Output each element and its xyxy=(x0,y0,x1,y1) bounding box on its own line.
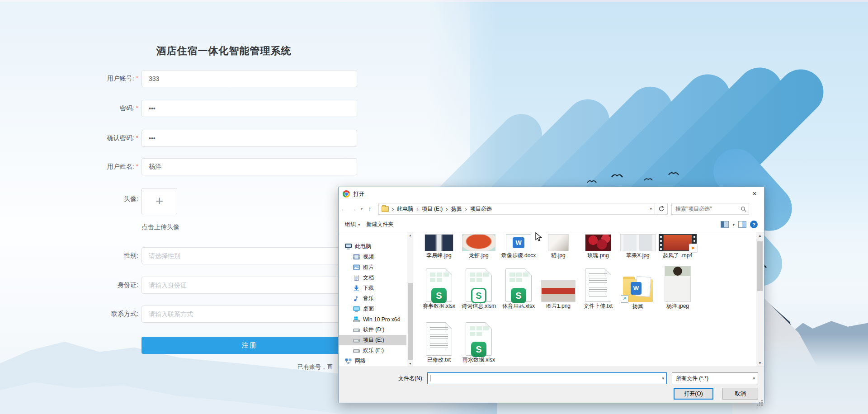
file-item[interactable]: 龙虾.jpg xyxy=(459,233,499,259)
avatar-upload-hint: 点击上传头像 xyxy=(142,223,179,231)
breadcrumb-item-drive[interactable]: 项目 (E:) xyxy=(422,205,443,213)
file-name: 图片1.png xyxy=(538,303,578,309)
sidebar-item-desktop[interactable]: 桌面 xyxy=(339,304,406,314)
file-item[interactable]: 文件上传.txt xyxy=(578,264,618,309)
file-item[interactable]: S 诗词信息.xlsm xyxy=(459,264,499,309)
refresh-button[interactable] xyxy=(655,203,668,215)
breadcrumb[interactable]: › 此电脑 › 项目 (E:) › 扬翼 › 项目必选 ▾ xyxy=(378,203,655,215)
drive-icon xyxy=(353,348,360,353)
sidebar-item-system-drive[interactable]: Win 10 Pro x64 xyxy=(339,314,406,325)
sidebar-item-this-pc[interactable]: 此电脑 xyxy=(339,241,406,252)
breadcrumb-item-current[interactable]: 项目必选 xyxy=(470,205,492,213)
music-icon xyxy=(353,296,360,301)
file-item[interactable]: 杨洋.jpeg xyxy=(658,264,698,309)
sidebar-item-drive-d[interactable]: 软件 (D:) xyxy=(339,325,406,335)
sidebar-item-network[interactable]: 网络 xyxy=(339,356,406,366)
up-button[interactable]: ↑ xyxy=(365,205,375,212)
file-item[interactable]: 苹果X.jpg xyxy=(618,233,658,259)
photo-thumbnail xyxy=(620,234,656,251)
scroll-up-icon[interactable]: ▲ xyxy=(407,232,413,238)
scrollbar-thumb[interactable] xyxy=(757,241,763,291)
chevron-down-icon: ▾ xyxy=(753,376,755,381)
sidebar-item-drive-e[interactable]: 项目 (E:) xyxy=(339,335,406,345)
sidebar-item-documents[interactable]: 文档 xyxy=(339,273,406,283)
file-item[interactable]: S 体育用品.xlsx xyxy=(499,264,538,309)
shortcut-arrow-icon: ↗ xyxy=(621,295,628,303)
breadcrumb-separator: › xyxy=(416,206,418,212)
file-name: 扬翼 xyxy=(618,303,658,309)
gender-select[interactable] xyxy=(142,247,357,264)
search-input[interactable]: 搜索"项目必选" xyxy=(671,203,749,215)
file-item[interactable]: 玫瑰.png xyxy=(578,233,618,259)
chevron-down-icon[interactable]: ▾ xyxy=(732,222,735,227)
sidebar-item-videos[interactable]: 视频 xyxy=(339,252,406,262)
resize-grip[interactable] xyxy=(761,400,763,401)
file-item[interactable]: 李易峰.jpg xyxy=(419,233,459,259)
avatar-upload-box[interactable]: + xyxy=(142,188,177,214)
sidebar-item-music[interactable]: 音乐 xyxy=(339,293,406,304)
file-item[interactable]: W 录像步骤.docx xyxy=(499,233,538,259)
file-list-scrollbar[interactable]: ▲ ▼ xyxy=(756,232,764,367)
filetype-value: 所有文件 (*.*) xyxy=(676,375,708,382)
computer-icon xyxy=(345,244,352,249)
video-thumbnail: ▶ xyxy=(659,234,697,251)
close-icon[interactable]: × xyxy=(745,187,764,201)
filename-input[interactable] xyxy=(427,372,667,384)
chevron-down-icon[interactable]: ▾ xyxy=(662,376,664,381)
spreadsheet-badge: S xyxy=(471,288,486,303)
file-item[interactable]: S 赛事数据.xlsx xyxy=(419,264,459,309)
login-link-text[interactable]: 已有账号，直 xyxy=(297,363,333,371)
register-button[interactable]: 注册 xyxy=(142,337,357,354)
sidebar-scrollbar[interactable]: ▲ ▼ xyxy=(407,232,413,367)
file-name: 杨洋.jpeg xyxy=(658,303,698,309)
username-input[interactable] xyxy=(142,158,357,175)
file-item[interactable]: 图片1.png xyxy=(538,264,578,309)
cancel-button[interactable]: 取消 xyxy=(722,388,758,400)
scrollbar-thumb[interactable] xyxy=(408,283,413,360)
sidebar-item-drive-f[interactable]: 娱乐 (F:) xyxy=(339,345,406,356)
dialog-titlebar[interactable]: 打开 × xyxy=(339,187,764,201)
spreadsheet-badge: S xyxy=(471,342,486,357)
breadcrumb-item-computer[interactable]: 此电脑 xyxy=(397,205,413,213)
filetype-select[interactable]: 所有文件 (*.*) ▾ xyxy=(672,372,758,384)
id-card-input[interactable] xyxy=(142,277,357,294)
play-icon: ▶ xyxy=(689,244,698,253)
dialog-title: 打开 xyxy=(354,190,364,198)
preview-pane-icon[interactable] xyxy=(738,221,746,228)
help-icon[interactable]: ? xyxy=(750,221,758,228)
password-input[interactable] xyxy=(142,100,357,117)
file-item[interactable]: ▶ 起风了 .mp4 xyxy=(658,233,698,259)
organize-button[interactable]: 组织▾ xyxy=(345,221,360,228)
chevron-down-icon[interactable]: ▾ xyxy=(650,207,652,211)
breadcrumb-item-folder[interactable]: 扬翼 xyxy=(451,205,462,213)
breadcrumb-separator: › xyxy=(465,206,467,212)
back-button[interactable]: ← xyxy=(339,205,349,212)
new-folder-button[interactable]: 新建文件夹 xyxy=(367,221,394,228)
film-strip-icon xyxy=(693,236,695,238)
folder-icon xyxy=(382,206,389,212)
file-item[interactable]: W↗ 扬翼 xyxy=(618,264,658,309)
view-mode-icon[interactable] xyxy=(721,221,729,228)
file-name: 起风了 .mp4 xyxy=(658,252,698,259)
scroll-down-icon[interactable]: ▼ xyxy=(756,360,764,367)
account-input[interactable] xyxy=(142,70,357,87)
open-button[interactable]: 打开(O) xyxy=(674,388,713,400)
recent-locations-icon[interactable]: ▾ xyxy=(359,207,365,211)
scroll-down-icon[interactable]: ▼ xyxy=(407,361,413,367)
sidebar-item-pictures[interactable]: 图片 xyxy=(339,262,406,273)
file-item[interactable]: 已修改.txt xyxy=(419,318,459,363)
sidebar-item-downloads[interactable]: 下载 xyxy=(339,283,406,293)
scroll-up-icon[interactable]: ▲ xyxy=(756,232,764,239)
contact-input[interactable] xyxy=(142,306,357,323)
password-label: 密码:* xyxy=(54,104,138,113)
page-background: 酒店住宿一体化智能管理系统 用户账号:* 密码:* 确认密码:* 用户姓名:* … xyxy=(0,0,868,414)
filename-label: 文件名(N): xyxy=(387,372,424,384)
filename-field: ▾ xyxy=(427,372,667,384)
confirm-password-input[interactable] xyxy=(142,130,357,147)
pictures-icon xyxy=(353,264,360,270)
file-item[interactable]: S 雨水数据.xlsx xyxy=(459,318,499,363)
file-item[interactable]: 猫.jpg xyxy=(538,233,578,259)
id-card-label: 身份证: xyxy=(54,281,138,289)
search-icon xyxy=(741,206,746,212)
forward-button[interactable]: → xyxy=(349,205,359,212)
